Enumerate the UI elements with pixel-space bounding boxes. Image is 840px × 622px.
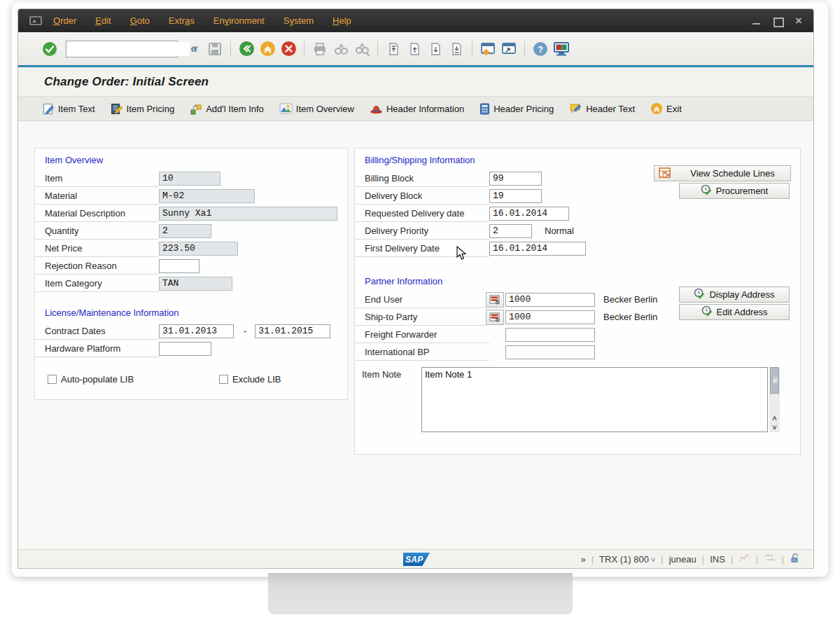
exit-button[interactable]: Exit [650, 102, 682, 115]
menu-goto[interactable]: Goto [130, 15, 150, 26]
field-row-item-category: Item Category [35, 275, 347, 292]
exit-session-icon[interactable] [259, 41, 276, 57]
contract-date-from-field[interactable] [159, 324, 234, 338]
addl-item-info-button[interactable]: Add'l Item Info [190, 103, 264, 115]
unlock-icon[interactable] [790, 553, 801, 566]
enter-icon[interactable] [41, 41, 58, 57]
delivery-block-field[interactable] [489, 189, 542, 203]
field-row-item: Item [35, 170, 347, 187]
billing-block-field[interactable] [489, 172, 542, 186]
international-bp-field[interactable] [505, 345, 595, 359]
hardware-platform-field[interactable] [159, 342, 211, 356]
menu-extras[interactable]: Extras [169, 15, 195, 26]
ship-to-party-field[interactable] [505, 310, 595, 324]
end-user-field[interactable] [505, 293, 595, 307]
status-system[interactable]: TRX (1) 800˅ [599, 554, 655, 565]
partner-display-icon[interactable] [486, 292, 504, 307]
find-next-icon[interactable] [354, 41, 370, 57]
material-field[interactable] [159, 189, 255, 203]
item-field[interactable] [159, 172, 220, 186]
menu-order[interactable]: Order [53, 15, 76, 26]
header-information-icon [370, 104, 383, 114]
menu-help[interactable]: Help [332, 15, 351, 26]
item-note-row: Item Note Item Note 1 ˄ ˅ [355, 367, 800, 432]
field-label: Net Price [35, 240, 159, 257]
window-controls: × [752, 17, 804, 25]
item-overview-button[interactable]: Item Overview [279, 103, 354, 114]
freight-forwarder-field[interactable] [505, 328, 595, 342]
command-input[interactable] [66, 42, 190, 56]
field-label: Quantity [35, 222, 159, 240]
net-price-field[interactable] [159, 242, 238, 256]
delivery-priority-field[interactable] [489, 224, 532, 238]
menu-environment[interactable]: Environment [214, 15, 265, 26]
menu-edit[interactable]: Edit [95, 15, 111, 26]
header-text-button[interactable]: Header Text [569, 103, 635, 114]
field-row-hardware-platform: Hardware Platform [35, 340, 347, 357]
field-label: End User [355, 291, 486, 308]
scroll-up-icon[interactable]: ˄ [772, 414, 776, 423]
minimize-button[interactable] [752, 17, 762, 25]
save-icon[interactable] [206, 41, 223, 57]
new-session-icon[interactable] [479, 41, 496, 57]
collapse-toolbar-icon[interactable]: « [186, 41, 202, 57]
close-button[interactable]: × [794, 17, 804, 25]
header-information-button[interactable]: Header Information [370, 104, 464, 114]
item-pricing-icon [111, 103, 123, 115]
create-shortcut-icon[interactable] [500, 41, 517, 57]
field-label: Delivery Block [355, 187, 489, 205]
partner-display-icon[interactable] [486, 310, 504, 325]
help-icon[interactable]: ? [532, 41, 549, 57]
delivery-priority-text: Normal [545, 226, 574, 236]
interaction-arrows-icon [764, 553, 776, 565]
back-icon[interactable] [238, 41, 255, 57]
print-icon[interactable] [312, 41, 328, 57]
first-delivery-date-field[interactable] [489, 242, 586, 256]
standard-toolbar: ˅ « [18, 32, 813, 67]
field-label: Contract Dates [35, 322, 159, 340]
scrollbar-thumb[interactable] [770, 367, 779, 394]
view-schedule-lines-button[interactable]: View Schedule Lines [654, 165, 791, 181]
item-note-scrollbar[interactable]: ˄ ˅ [769, 367, 780, 432]
requested-delivery-date-field[interactable] [489, 207, 569, 221]
field-row-requested-delivery-date: Requested Delivery date [355, 205, 800, 222]
auto-populate-lib-checkbox[interactable] [48, 375, 57, 384]
status-insert-mode[interactable]: INS [710, 554, 725, 565]
maximize-button[interactable] [773, 17, 783, 25]
svg-text:?: ? [538, 44, 543, 55]
item-note-textarea[interactable]: Item Note 1 [421, 367, 768, 432]
item-text-button[interactable]: Item Text [43, 103, 95, 115]
window-menu-icon[interactable] [29, 16, 43, 26]
field-row-material: Material [35, 187, 347, 205]
contract-date-to-field[interactable] [255, 324, 330, 338]
next-page-icon[interactable] [427, 41, 444, 57]
scroll-down-icon[interactable]: ˅ [772, 423, 776, 432]
field-row-end-user: End User Becker Berlin [355, 291, 800, 308]
procurement-button[interactable]: Procurement [679, 183, 790, 199]
exclude-lib-checkbox[interactable] [219, 375, 228, 384]
checkbox-label: Exclude LIB [232, 374, 281, 385]
cancel-icon[interactable] [280, 41, 297, 57]
toolbar-separator [304, 41, 304, 57]
rejection-reason-field[interactable] [159, 259, 200, 273]
last-page-icon[interactable] [448, 41, 465, 57]
addl-item-info-icon [190, 103, 202, 115]
field-label: Ship-to Party [355, 308, 486, 326]
item-pricing-button[interactable]: Item Pricing [111, 103, 175, 115]
header-pricing-button[interactable]: Header Pricing [479, 103, 554, 115]
first-page-icon[interactable] [385, 41, 402, 57]
field-row-delivery-priority: Delivery Priority Normal [355, 222, 800, 240]
material-description-field[interactable] [159, 207, 337, 221]
menu-system[interactable]: System [284, 15, 314, 26]
quantity-field[interactable] [159, 224, 211, 238]
previous-page-icon[interactable] [406, 41, 423, 57]
customize-layout-icon[interactable] [553, 41, 570, 57]
item-category-field[interactable] [159, 277, 232, 291]
status-separator: | [592, 554, 594, 565]
execute-icon [701, 184, 712, 198]
field-row-contract-dates: Contract Dates - [35, 322, 347, 340]
item-text-icon [43, 103, 55, 115]
status-overflow-icon[interactable]: » [580, 554, 585, 565]
find-icon[interactable] [332, 41, 349, 57]
field-row-ship-to-party: Ship-to Party Becker Berlin [355, 308, 800, 326]
